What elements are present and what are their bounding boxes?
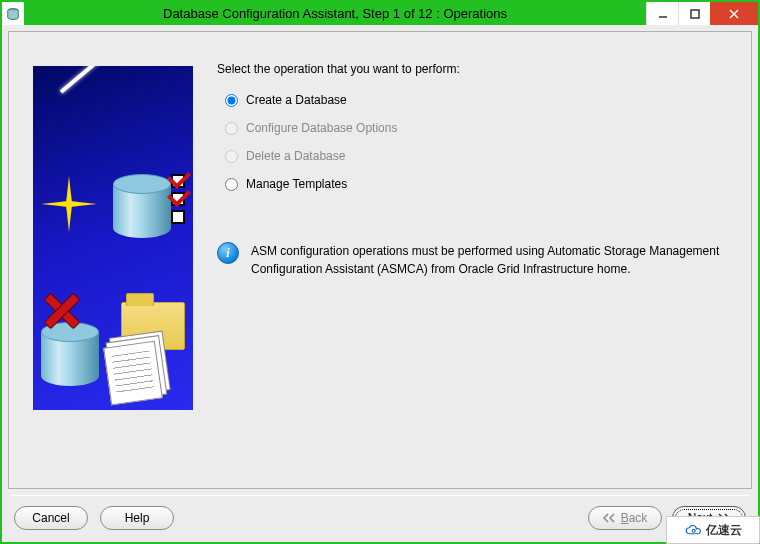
help-button[interactable]: Help: [100, 506, 174, 530]
svg-rect-2: [691, 10, 699, 18]
radio-create-database[interactable]: Create a Database: [225, 86, 727, 114]
close-button[interactable]: [710, 2, 758, 25]
operation-radio-group: Create a Database Configure Database Opt…: [225, 86, 727, 198]
radio-delete-database: Delete a Database: [225, 142, 727, 170]
maximize-button[interactable]: [678, 2, 710, 25]
window-controls: [646, 2, 758, 25]
radio-configure-database: Configure Database Options: [225, 114, 727, 142]
radio-create-input[interactable]: [225, 94, 238, 107]
wand-icon: [60, 66, 109, 94]
operations-panel: Select the operation that you want to pe…: [217, 62, 727, 464]
radio-manage-templates[interactable]: Manage Templates: [225, 170, 727, 198]
back-label-rest: ack: [629, 511, 648, 525]
back-button: Back: [588, 506, 662, 530]
info-row: i ASM configuration operations must be p…: [217, 242, 727, 278]
documents-icon: [103, 341, 163, 406]
info-icon: i: [217, 242, 239, 264]
radio-delete-label: Delete a Database: [246, 149, 345, 163]
database-cylinder-icon: [113, 174, 171, 238]
watermark-text: 亿速云: [706, 522, 742, 539]
sparkle-icon: [41, 176, 97, 232]
radio-templates-input[interactable]: [225, 178, 238, 191]
radio-delete-input: [225, 150, 238, 163]
checklist-icon: [171, 174, 185, 224]
titlebar: Database Configuration Assistant, Step 1…: [0, 0, 760, 25]
watermark: 亿速云: [666, 516, 760, 544]
radio-configure-label: Configure Database Options: [246, 121, 397, 135]
wizard-illustration: [33, 66, 193, 410]
radio-create-label: Create a Database: [246, 93, 347, 107]
radio-templates-label: Manage Templates: [246, 177, 347, 191]
cancel-button[interactable]: Cancel: [14, 506, 88, 530]
cloud-logo-icon: [684, 523, 702, 537]
svg-point-5: [692, 529, 695, 532]
window-body: Select the operation that you want to pe…: [0, 25, 760, 544]
window-title: Database Configuration Assistant, Step 1…: [24, 2, 646, 25]
chevron-left-icon: [603, 513, 615, 523]
prompt-text: Select the operation that you want to pe…: [217, 62, 727, 76]
footer-divider: [10, 495, 750, 496]
content-frame: Select the operation that you want to pe…: [8, 31, 752, 489]
info-text: ASM configuration operations must be per…: [251, 242, 727, 278]
footer: Cancel Help Back Next: [8, 502, 752, 536]
delete-x-icon: [43, 290, 79, 326]
app-icon: [2, 2, 24, 25]
back-mnemonic: B: [621, 511, 629, 525]
database-cylinder-icon: [41, 322, 99, 386]
minimize-button[interactable]: [646, 2, 678, 25]
radio-configure-input: [225, 122, 238, 135]
